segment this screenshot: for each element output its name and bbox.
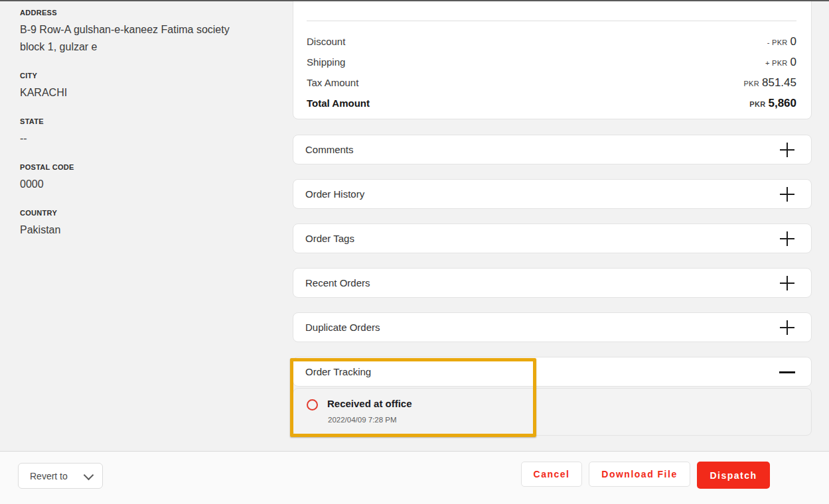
section-title: Order Tags	[305, 233, 354, 244]
plus-icon[interactable]	[779, 320, 795, 336]
plus-icon[interactable]	[779, 186, 795, 202]
field-label: POSTAL CODE	[20, 163, 249, 171]
field-value: KARACHI	[20, 84, 249, 101]
field-label: STATE	[20, 117, 249, 125]
plus-icon[interactable]	[779, 231, 795, 247]
tracking-status-circle-icon	[307, 399, 318, 410]
order-tracking-panel: Received at office 2022/04/09 7:28 PM	[293, 388, 812, 436]
row-label: Shipping	[307, 56, 345, 68]
section-title: Comments	[305, 144, 354, 155]
footer-action-bar: Revert to Cancel Download File Dispatch	[0, 451, 829, 504]
chevron-down-icon	[85, 470, 93, 478]
address-field: ADDRESS B-9 Row-A gulshan-e-kaneez Fatim…	[20, 9, 249, 56]
section-title: Order Tracking	[305, 366, 371, 377]
minus-icon[interactable]	[779, 364, 795, 380]
download-file-button[interactable]: Download File	[589, 462, 690, 487]
tax-amount-row: Tax Amount PKR851.45	[307, 72, 796, 93]
row-label: Total Amount	[307, 97, 370, 109]
currency-code: - PKR	[767, 38, 788, 46]
field-label: COUNTRY	[20, 209, 249, 217]
amount: 5,860	[768, 97, 796, 109]
currency-code: PKR	[743, 80, 759, 88]
section-duplicate-orders[interactable]: Duplicate Orders	[293, 312, 812, 342]
amount: 0	[791, 35, 796, 48]
plus-icon[interactable]	[779, 275, 795, 291]
order-detail-page: ADDRESS B-9 Row-A gulshan-e-kaneez Fatim…	[0, 0, 829, 504]
amount: 0	[791, 56, 796, 68]
field-value: --	[20, 130, 249, 147]
plus-icon[interactable]	[779, 142, 795, 158]
summary-rows: Discount - PKR0 Shipping + PKR0 Tax Amou…	[307, 31, 796, 113]
section-comments[interactable]: Comments	[293, 135, 812, 164]
section-title: Recent Orders	[305, 277, 370, 288]
section-order-tracking[interactable]: Order Tracking	[293, 357, 812, 387]
row-value: + PKR0	[765, 56, 796, 69]
section-order-history[interactable]: Order History	[293, 179, 812, 209]
amount: 851.45	[762, 76, 796, 89]
field-value: Pakistan	[20, 221, 249, 239]
currency-code: PKR	[749, 100, 765, 108]
shipping-row: Shipping + PKR0	[307, 52, 796, 72]
summary-divider	[307, 21, 796, 21]
revert-to-dropdown[interactable]: Revert to	[18, 463, 103, 489]
city-field: CITY KARACHI	[20, 72, 249, 101]
section-title: Duplicate Orders	[305, 322, 380, 333]
currency-code: + PKR	[765, 59, 788, 67]
country-field: COUNTRY Pakistan	[20, 209, 249, 239]
row-label: Discount	[307, 36, 345, 47]
row-value: PKR5,860	[749, 97, 796, 110]
row-label: Tax Amount	[307, 77, 358, 88]
order-summary-card: Discount - PKR0 Shipping + PKR0 Tax Amou…	[293, 0, 812, 119]
field-label: CITY	[20, 72, 249, 80]
revert-to-label: Revert to	[30, 471, 68, 481]
window-top-edge	[0, 0, 829, 1]
section-recent-orders[interactable]: Recent Orders	[293, 268, 812, 298]
tracking-event-timestamp: 2022/04/09 7:28 PM	[328, 416, 397, 424]
address-sidebar: ADDRESS B-9 Row-A gulshan-e-kaneez Fatim…	[20, 9, 249, 255]
discount-row: Discount - PKR0	[307, 31, 796, 52]
section-order-tags[interactable]: Order Tags	[293, 223, 812, 253]
cancel-button[interactable]: Cancel	[521, 462, 582, 487]
postal-code-field: POSTAL CODE 0000	[20, 163, 249, 193]
state-field: STATE --	[20, 117, 249, 147]
dispatch-button[interactable]: Dispatch	[697, 462, 770, 489]
row-value: - PKR0	[767, 35, 796, 48]
tracking-event-title: Received at office	[327, 398, 412, 409]
field-value: 0000	[20, 176, 249, 193]
field-label: ADDRESS	[20, 9, 249, 17]
row-value: PKR851.45	[743, 76, 796, 90]
section-title: Order History	[305, 188, 364, 200]
total-amount-row: Total Amount PKR5,860	[307, 93, 796, 113]
field-value: B-9 Row-A gulshan-e-kaneez Fatima societ…	[20, 21, 249, 56]
